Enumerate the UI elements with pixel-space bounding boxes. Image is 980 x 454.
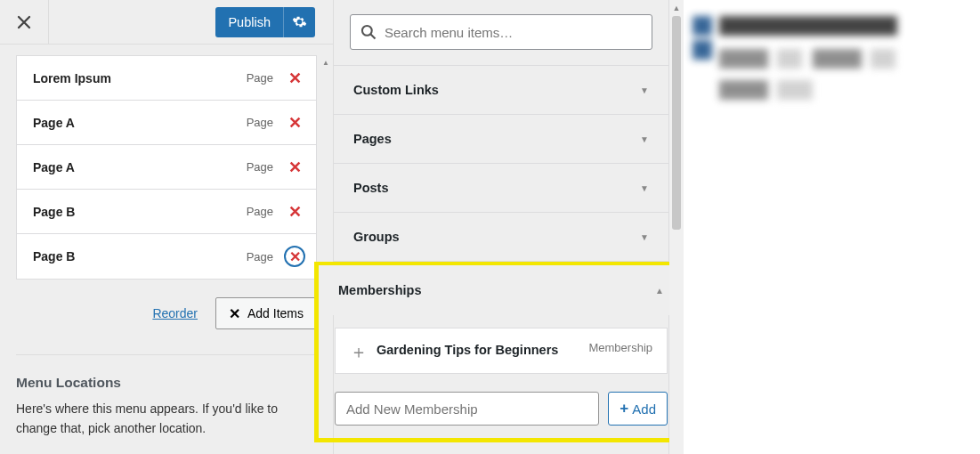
menu-item-title: Page A xyxy=(33,160,75,174)
memberships-highlight: Memberships ▲ ＋ Gardening Tips for Begin… xyxy=(314,262,688,442)
menu-item-type: Page xyxy=(247,205,273,218)
membership-entry[interactable]: ＋ Gardening Tips for Beginners Membershi… xyxy=(335,328,668,374)
plus-icon: + xyxy=(620,400,628,418)
menu-item-title: Page B xyxy=(33,205,75,219)
publish-button[interactable]: Publish xyxy=(215,7,283,37)
add-button-label: Add xyxy=(632,401,656,417)
category-label: Custom Links xyxy=(353,83,439,97)
menu-item[interactable]: Page A Page ✕ xyxy=(17,145,316,190)
remove-icon[interactable]: ✕ xyxy=(284,157,305,178)
category-custom-links[interactable]: Custom Links ▼ xyxy=(334,65,668,115)
membership-tag: Membership xyxy=(588,341,652,359)
chevron-down-icon: ▼ xyxy=(640,85,649,95)
close-icon xyxy=(17,15,31,29)
scroll-up-icon: ▲ xyxy=(319,55,333,69)
add-items-button[interactable]: ✕ Add Items xyxy=(215,297,317,329)
menu-item-title: Page B xyxy=(33,249,75,263)
chevron-up-icon: ▲ xyxy=(655,286,664,296)
category-memberships[interactable]: Memberships ▲ xyxy=(319,265,684,315)
menu-item-title: Lorem Ipsum xyxy=(33,71,111,85)
remove-icon[interactable]: ✕ xyxy=(284,201,305,223)
scroll-up-icon: ▲ xyxy=(669,0,684,16)
menu-item[interactable]: Page B Page ✕ xyxy=(17,190,316,234)
menu-item-list: Lorem Ipsum Page ✕ Page A Page ✕ Page A xyxy=(16,55,317,280)
publish-settings-button[interactable] xyxy=(283,7,315,37)
reorder-link[interactable]: Reorder xyxy=(152,306,198,320)
chevron-down-icon: ▼ xyxy=(640,183,649,193)
menu-item[interactable]: Page B Page ✕ xyxy=(17,234,316,279)
divider xyxy=(16,354,317,355)
svg-point-0 xyxy=(362,26,372,36)
category-label: Groups xyxy=(353,230,400,244)
add-items-label: Add Items xyxy=(247,306,304,320)
preview-pane xyxy=(684,0,980,454)
scroll-thumb[interactable] xyxy=(672,16,681,230)
remove-icon[interactable]: ✕ xyxy=(284,68,305,89)
gear-icon xyxy=(292,14,307,29)
category-label: Memberships xyxy=(338,283,421,297)
remove-icon[interactable]: ✕ xyxy=(284,246,305,267)
add-membership-button[interactable]: + Add xyxy=(608,392,668,426)
search-icon xyxy=(360,23,377,41)
menu-item-type: Page xyxy=(247,116,273,129)
menu-locations-heading: Menu Locations xyxy=(16,375,333,391)
chevron-down-icon: ▼ xyxy=(640,134,649,144)
category-pages[interactable]: Pages ▼ xyxy=(334,114,668,164)
menu-item[interactable]: Lorem Ipsum Page ✕ xyxy=(17,56,316,101)
menu-item[interactable]: Page A Page ✕ xyxy=(17,101,316,145)
menu-item-title: Page A xyxy=(33,116,75,130)
search-menu-items[interactable] xyxy=(350,14,652,50)
menu-item-type: Page xyxy=(247,250,273,263)
category-posts[interactable]: Posts ▼ xyxy=(334,163,668,213)
add-membership-input[interactable] xyxy=(335,392,599,426)
svg-line-1 xyxy=(371,35,376,39)
remove-icon[interactable]: ✕ xyxy=(284,112,305,134)
category-groups[interactable]: Groups ▼ xyxy=(334,212,668,262)
editor-topbar: Publish xyxy=(0,0,333,45)
close-button[interactable] xyxy=(0,0,49,45)
menu-item-type: Page xyxy=(247,160,273,174)
membership-name: Gardening Tips for Beginners xyxy=(377,341,565,359)
menu-locations-description: Here's where this menu appears. If you'd… xyxy=(16,400,317,438)
category-label: Pages xyxy=(353,132,392,146)
category-label: Posts xyxy=(353,181,389,195)
close-icon: ✕ xyxy=(229,305,240,322)
plus-icon: ＋ xyxy=(350,343,368,361)
chevron-down-icon: ▼ xyxy=(640,232,649,242)
menu-item-type: Page xyxy=(247,71,273,85)
search-input[interactable] xyxy=(383,24,643,41)
main-scrollbar[interactable]: ▲ xyxy=(669,0,684,454)
